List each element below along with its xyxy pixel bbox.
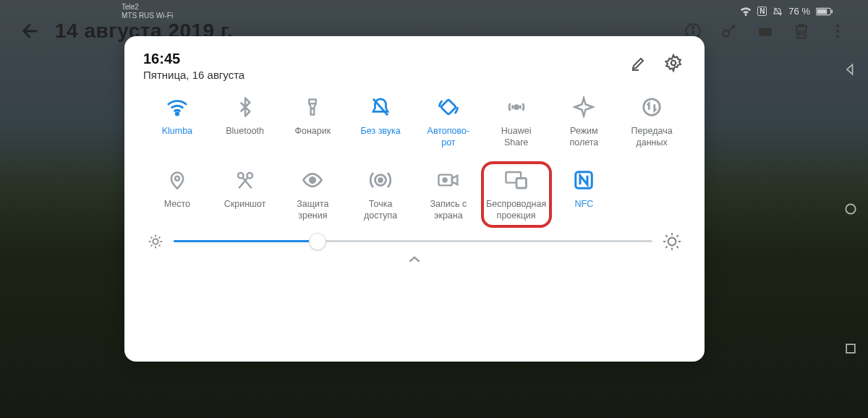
tiles-grid: Klumba Bluetooth Фонарик Без звука Автоп (143, 91, 686, 225)
nav-home-icon[interactable] (843, 202, 858, 216)
svg-rect-32 (516, 179, 526, 188)
svg-point-22 (644, 99, 660, 116)
brightness-low-icon (148, 234, 163, 249)
tile-label: Скриншот (224, 199, 266, 221)
panel-header: 16:45 Пятница, 16 августа (143, 51, 686, 81)
data-transfer-icon (639, 94, 665, 120)
tile-airplane[interactable]: Режимполета (550, 91, 618, 151)
delete-icon[interactable] (790, 20, 813, 43)
wireless-projection-icon (503, 167, 529, 193)
svg-point-23 (175, 176, 179, 181)
airplane-icon (571, 94, 597, 120)
tile-screen-record[interactable]: Запись сэкрана (414, 164, 482, 224)
tile-label: Фонарик (295, 126, 331, 148)
tile-label: Точкадоступа (364, 199, 397, 221)
location-icon (164, 167, 190, 193)
svg-line-49 (665, 235, 667, 236)
svg-rect-14 (846, 344, 855, 353)
tile-label: Без звука (361, 126, 401, 148)
nav-back-icon[interactable] (843, 62, 858, 77)
back-icon[interactable] (19, 20, 42, 43)
tile-label: Беспроводнаяпроекция (486, 199, 546, 221)
tile-label: Защитазрения (297, 199, 328, 221)
svg-line-52 (677, 235, 678, 236)
settings-button[interactable] (661, 51, 686, 75)
autorotate-icon (435, 94, 461, 120)
svg-point-44 (668, 237, 676, 245)
tile-label: Режимполета (569, 126, 598, 148)
tile-wireless-projection[interactable]: Беспроводнаяпроекция (481, 161, 552, 227)
svg-line-42 (151, 244, 153, 246)
tile-label: NFC (575, 199, 594, 221)
tile-huawei-share[interactable]: HuaweiShare (482, 91, 550, 151)
panel-time: 16:45 (143, 51, 244, 67)
time-date-block: 16:45 Пятница, 16 августа (143, 51, 244, 81)
svg-point-13 (846, 204, 855, 213)
svg-line-51 (665, 246, 667, 247)
tile-data-transfer[interactable]: Передачаданных (618, 91, 686, 151)
tile-label: Klumba (162, 126, 192, 148)
tile-mute[interactable]: Без звука (346, 91, 414, 151)
tile-label: Bluetooth (226, 126, 264, 148)
svg-rect-18 (310, 100, 316, 104)
flashlight-icon (299, 94, 326, 120)
svg-point-26 (310, 178, 316, 184)
crop-icon[interactable] (754, 20, 777, 43)
hotspot-icon (367, 167, 393, 193)
tile-screenshot[interactable]: Скриншот (211, 164, 279, 224)
screen-record-icon (435, 167, 461, 193)
svg-point-17 (176, 113, 178, 115)
svg-line-50 (677, 246, 678, 247)
svg-line-40 (151, 236, 153, 238)
nav-recent-icon[interactable] (843, 341, 858, 356)
svg-point-27 (379, 179, 383, 182)
quick-settings-panel: 16:45 Пятница, 16 августа Klumba Bluetoo… (124, 36, 705, 362)
svg-point-35 (153, 239, 158, 244)
tile-eye-comfort[interactable]: Защитазрения (279, 164, 347, 224)
edit-button[interactable] (626, 51, 651, 75)
nav-bar (838, 0, 864, 418)
svg-rect-7 (759, 28, 771, 36)
tile-autorotate[interactable]: Автопово-рот (414, 91, 482, 151)
panel-date: Пятница, 16 августа (143, 69, 244, 81)
expand-chevron-icon[interactable] (406, 254, 423, 265)
brightness-track[interactable] (174, 233, 652, 250)
tile-label: HuaweiShare (501, 126, 532, 148)
brightness-thumb[interactable] (309, 233, 326, 250)
nfc-icon (571, 167, 597, 193)
tile-wifi[interactable]: Klumba (143, 91, 211, 151)
tile-label: Запись сэкрана (430, 199, 467, 221)
svg-line-41 (159, 244, 161, 246)
tile-bluetooth[interactable]: Bluetooth (211, 91, 279, 151)
carrier-1: Tele2 (122, 3, 173, 12)
svg-point-21 (514, 106, 518, 109)
tile-flashlight[interactable]: Фонарик (279, 91, 347, 151)
svg-line-43 (159, 236, 161, 238)
tile-nfc[interactable]: NFC (550, 164, 618, 224)
svg-rect-20 (441, 99, 456, 114)
mute-icon (367, 94, 393, 120)
tile-label: Место (164, 199, 190, 221)
tile-label: Автопово-рот (427, 126, 470, 148)
svg-point-30 (443, 179, 446, 182)
huawei-share-icon (503, 94, 529, 120)
tile-hotspot[interactable]: Точкадоступа (346, 164, 414, 224)
wifi-icon (164, 94, 190, 120)
tile-label: Передачаданных (631, 126, 673, 148)
bluetooth-icon (232, 94, 258, 120)
svg-point-16 (671, 61, 676, 66)
tile-location[interactable]: Место (143, 164, 211, 224)
eye-icon (299, 167, 326, 193)
svg-point-5 (692, 27, 694, 28)
brightness-high-icon (663, 232, 681, 251)
screenshot-icon (232, 167, 258, 193)
key-icon[interactable] (718, 20, 741, 43)
brightness-slider[interactable] (143, 232, 686, 251)
svg-point-6 (723, 30, 729, 37)
